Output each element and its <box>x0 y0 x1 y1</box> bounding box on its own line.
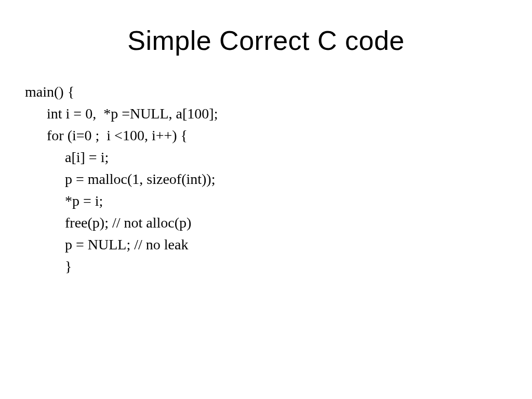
code-block: main() { int i = 0, *p =NULL, a[100]; fo… <box>25 81 507 277</box>
slide: Simple Correct C code main() { int i = 0… <box>0 0 532 399</box>
slide-title: Simple Correct C code <box>25 25 507 56</box>
